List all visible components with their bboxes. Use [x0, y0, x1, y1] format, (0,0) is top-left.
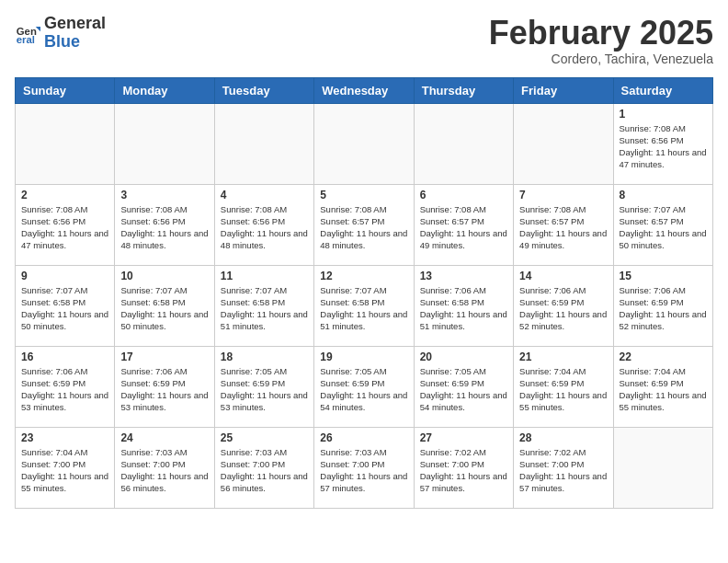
weekday-header-tuesday: Tuesday: [214, 77, 313, 103]
day-info: Sunrise: 7:04 AM Sunset: 6:59 PM Dayligh…: [620, 365, 707, 414]
day-number: 27: [420, 431, 507, 444]
day-number: 6: [420, 189, 507, 201]
day-info: Sunrise: 7:08 AM Sunset: 6:57 PM Dayligh…: [519, 203, 607, 252]
day-number: 14: [519, 270, 607, 282]
day-cell-9: 9Sunrise: 7:07 AM Sunset: 6:58 PM Daylig…: [16, 265, 115, 346]
day-info: Sunrise: 7:05 AM Sunset: 6:59 PM Dayligh…: [221, 365, 308, 414]
title-block: February 2025 Cordero, Tachira, Venezuel…: [489, 15, 713, 66]
logo: Gen eral General Blue: [15, 15, 106, 52]
day-number: 22: [620, 350, 707, 363]
day-info: Sunrise: 7:06 AM Sunset: 6:59 PM Dayligh…: [519, 284, 607, 333]
day-cell-15: 15Sunrise: 7:06 AM Sunset: 6:59 PM Dayli…: [613, 265, 712, 346]
day-cell-5: 5Sunrise: 7:08 AM Sunset: 6:57 PM Daylig…: [314, 184, 414, 265]
day-cell-26: 26Sunrise: 7:03 AM Sunset: 7:00 PM Dayli…: [314, 427, 414, 508]
day-number: 25: [221, 431, 308, 444]
empty-cell: [613, 427, 712, 508]
day-info: Sunrise: 7:08 AM Sunset: 6:56 PM Dayligh…: [120, 203, 208, 252]
empty-cell: [214, 103, 313, 184]
weekday-header-friday: Friday: [514, 77, 613, 103]
day-cell-11: 11Sunrise: 7:07 AM Sunset: 6:58 PM Dayli…: [214, 265, 313, 346]
day-number: 20: [420, 350, 507, 363]
day-number: 26: [320, 431, 407, 444]
day-number: 13: [420, 270, 507, 282]
weekday-header-wednesday: Wednesday: [314, 77, 414, 103]
calendar-header: SundayMondayTuesdayWednesdayThursdayFrid…: [16, 77, 713, 103]
day-info: Sunrise: 7:02 AM Sunset: 7:00 PM Dayligh…: [420, 446, 507, 495]
day-info: Sunrise: 7:08 AM Sunset: 6:57 PM Dayligh…: [320, 203, 407, 252]
day-cell-1: 1Sunrise: 7:08 AM Sunset: 6:56 PM Daylig…: [613, 103, 712, 184]
day-number: 28: [519, 431, 607, 444]
day-number: 18: [221, 350, 308, 363]
svg-text:eral: eral: [17, 34, 35, 45]
logo-text: General Blue: [44, 15, 106, 52]
weekday-header-sunday: Sunday: [16, 77, 115, 103]
day-number: 7: [519, 189, 607, 201]
day-number: 10: [120, 270, 208, 282]
empty-cell: [514, 103, 613, 184]
empty-cell: [16, 103, 115, 184]
day-number: 19: [320, 350, 407, 363]
page-header: Gen eral General Blue February 2025 Cord…: [15, 15, 713, 66]
day-cell-18: 18Sunrise: 7:05 AM Sunset: 6:59 PM Dayli…: [214, 346, 313, 427]
day-cell-16: 16Sunrise: 7:06 AM Sunset: 6:59 PM Dayli…: [16, 346, 115, 427]
empty-cell: [314, 103, 414, 184]
day-number: 24: [120, 431, 208, 444]
day-cell-25: 25Sunrise: 7:03 AM Sunset: 7:00 PM Dayli…: [214, 427, 313, 508]
day-cell-4: 4Sunrise: 7:08 AM Sunset: 6:56 PM Daylig…: [214, 184, 313, 265]
day-info: Sunrise: 7:08 AM Sunset: 6:56 PM Dayligh…: [21, 203, 108, 252]
weekday-header-monday: Monday: [115, 77, 214, 103]
day-cell-28: 28Sunrise: 7:02 AM Sunset: 7:00 PM Dayli…: [514, 427, 613, 508]
day-cell-24: 24Sunrise: 7:03 AM Sunset: 7:00 PM Dayli…: [115, 427, 214, 508]
week-row-1: 2Sunrise: 7:08 AM Sunset: 6:56 PM Daylig…: [16, 184, 713, 265]
day-cell-14: 14Sunrise: 7:06 AM Sunset: 6:59 PM Dayli…: [514, 265, 613, 346]
day-info: Sunrise: 7:02 AM Sunset: 7:00 PM Dayligh…: [519, 446, 607, 495]
day-info: Sunrise: 7:06 AM Sunset: 6:59 PM Dayligh…: [120, 365, 208, 414]
day-cell-19: 19Sunrise: 7:05 AM Sunset: 6:59 PM Dayli…: [314, 346, 414, 427]
day-cell-10: 10Sunrise: 7:07 AM Sunset: 6:58 PM Dayli…: [115, 265, 214, 346]
day-cell-8: 8Sunrise: 7:07 AM Sunset: 6:57 PM Daylig…: [613, 184, 712, 265]
day-info: Sunrise: 7:08 AM Sunset: 6:57 PM Dayligh…: [420, 203, 507, 252]
day-cell-13: 13Sunrise: 7:06 AM Sunset: 6:58 PM Dayli…: [414, 265, 513, 346]
day-info: Sunrise: 7:03 AM Sunset: 7:00 PM Dayligh…: [320, 446, 407, 495]
day-number: 3: [120, 189, 208, 201]
day-number: 21: [519, 350, 607, 363]
logo-general-text: General: [44, 15, 106, 33]
week-row-0: 1Sunrise: 7:08 AM Sunset: 6:56 PM Daylig…: [16, 103, 713, 184]
day-number: 15: [620, 270, 707, 282]
day-info: Sunrise: 7:07 AM Sunset: 6:57 PM Dayligh…: [620, 203, 707, 252]
day-info: Sunrise: 7:07 AM Sunset: 6:58 PM Dayligh…: [320, 284, 407, 333]
weekday-row: SundayMondayTuesdayWednesdayThursdayFrid…: [16, 77, 713, 103]
day-info: Sunrise: 7:06 AM Sunset: 6:59 PM Dayligh…: [21, 365, 108, 414]
day-cell-6: 6Sunrise: 7:08 AM Sunset: 6:57 PM Daylig…: [414, 184, 513, 265]
day-info: Sunrise: 7:03 AM Sunset: 7:00 PM Dayligh…: [120, 446, 208, 495]
day-number: 4: [221, 189, 308, 201]
day-info: Sunrise: 7:08 AM Sunset: 6:56 PM Dayligh…: [620, 122, 707, 171]
week-row-2: 9Sunrise: 7:07 AM Sunset: 6:58 PM Daylig…: [16, 265, 713, 346]
logo-icon: Gen eral: [15, 20, 40, 46]
day-cell-12: 12Sunrise: 7:07 AM Sunset: 6:58 PM Dayli…: [314, 265, 414, 346]
day-number: 9: [21, 270, 108, 282]
empty-cell: [115, 103, 214, 184]
day-cell-27: 27Sunrise: 7:02 AM Sunset: 7:00 PM Dayli…: [414, 427, 513, 508]
day-info: Sunrise: 7:07 AM Sunset: 6:58 PM Dayligh…: [221, 284, 308, 333]
week-row-4: 23Sunrise: 7:04 AM Sunset: 7:00 PM Dayli…: [16, 427, 713, 508]
empty-cell: [414, 103, 513, 184]
logo-blue-text: Blue: [44, 33, 106, 52]
day-info: Sunrise: 7:07 AM Sunset: 6:58 PM Dayligh…: [21, 284, 108, 333]
day-cell-7: 7Sunrise: 7:08 AM Sunset: 6:57 PM Daylig…: [514, 184, 613, 265]
calendar-table: SundayMondayTuesdayWednesdayThursdayFrid…: [15, 77, 713, 509]
day-cell-17: 17Sunrise: 7:06 AM Sunset: 6:59 PM Dayli…: [115, 346, 214, 427]
day-info: Sunrise: 7:04 AM Sunset: 7:00 PM Dayligh…: [21, 446, 108, 495]
calendar-subtitle: Cordero, Tachira, Venezuela: [489, 52, 713, 66]
day-info: Sunrise: 7:06 AM Sunset: 6:59 PM Dayligh…: [620, 284, 707, 333]
day-info: Sunrise: 7:05 AM Sunset: 6:59 PM Dayligh…: [420, 365, 507, 414]
day-cell-3: 3Sunrise: 7:08 AM Sunset: 6:56 PM Daylig…: [115, 184, 214, 265]
calendar-body: 1Sunrise: 7:08 AM Sunset: 6:56 PM Daylig…: [16, 103, 713, 508]
day-cell-20: 20Sunrise: 7:05 AM Sunset: 6:59 PM Dayli…: [414, 346, 513, 427]
day-cell-22: 22Sunrise: 7:04 AM Sunset: 6:59 PM Dayli…: [613, 346, 712, 427]
day-number: 11: [221, 270, 308, 282]
day-number: 5: [320, 189, 407, 201]
day-number: 23: [21, 431, 108, 444]
calendar-title: February 2025: [489, 15, 713, 52]
day-number: 8: [620, 189, 707, 201]
